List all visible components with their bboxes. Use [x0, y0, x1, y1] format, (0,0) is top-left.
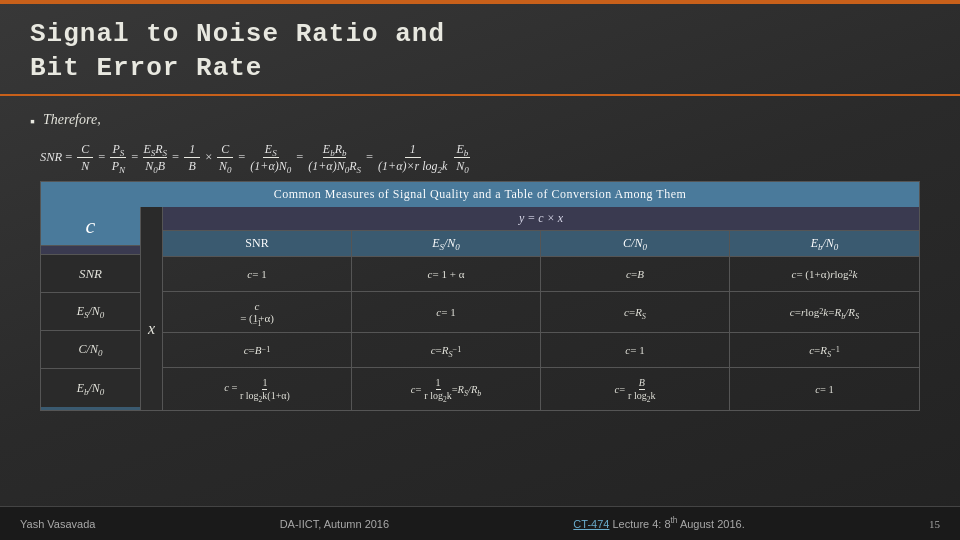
- cell-4-3: c = Br log2k: [541, 368, 730, 410]
- table-section: Common Measures of Signal Quality and a …: [40, 181, 920, 411]
- col-h-esn0: ES/N0: [352, 231, 541, 257]
- cell-2-1: c = (1+α)−1: [163, 292, 352, 332]
- cell-4-1: c = 1r log2k(1+α): [163, 368, 352, 410]
- title-area: Signal to Noise Ratio and Bit Error Rate: [0, 0, 960, 96]
- footer-lecture: CT-474 Lecture 4: 8th August 2016.: [573, 518, 744, 530]
- cell-2-4: c = r log2k = Rb/RS: [730, 292, 919, 332]
- row-h-ebn0: Eb/N0: [41, 369, 140, 407]
- therefore-text: Therefore,: [43, 112, 101, 128]
- cell-1-1: c = 1: [163, 257, 352, 291]
- ycx-header: y = c × x: [163, 207, 919, 231]
- main-grid: y = c × x SNR ES/N0 C/N0 Eb/N0 c = 1 c =…: [163, 207, 919, 410]
- cell-3-2: c = RS−1: [352, 333, 541, 367]
- cell-3-4: c = RS−1: [730, 333, 919, 367]
- ycx-left: [41, 246, 140, 255]
- table-body: c SNR ES/N0 C/N0 Eb/N0 x: [41, 207, 919, 410]
- c-label: c: [41, 207, 140, 246]
- cell-1-4: c = (1+α)r log2k: [730, 257, 919, 291]
- top-border: [0, 0, 960, 4]
- bullet-section: ▪ Therefore,: [30, 112, 930, 132]
- frac-eb-n0: Eb N0: [454, 142, 470, 174]
- c-column: c SNR ES/N0 C/N0 Eb/N0: [41, 207, 141, 410]
- cell-4-4: c = 1: [730, 368, 919, 410]
- frac-ebrb: EbRb (1+α)N0RS: [308, 142, 361, 174]
- cell-2-3: c = RS: [541, 292, 730, 332]
- snr-label: SNR: [40, 150, 62, 165]
- cell-2-2: c = 1: [352, 292, 541, 332]
- footer-link[interactable]: CT-474: [573, 518, 609, 530]
- table-row-1: c = 1 c = 1 + α c = B c = (1+α)r log2k: [163, 257, 919, 292]
- x-column: x: [141, 207, 163, 410]
- footer-author: Yash Vasavada: [20, 518, 95, 530]
- frac-esrs-n0b: ESRS N0B: [143, 142, 167, 174]
- table-row-4: c = 1r log2k(1+α) c = 1r log2k = RS/Rb c…: [163, 368, 919, 410]
- cell-3-1: c = B−1: [163, 333, 352, 367]
- frac-c-n: C N: [77, 142, 93, 174]
- footer-lecture-text: Lecture 4: 8th August 2016.: [612, 518, 744, 530]
- table-row-2: c = (1+α)−1 c = 1 c = RS c = r log2k = R…: [163, 292, 919, 333]
- cell-1-3: c = B: [541, 257, 730, 291]
- x-label: x: [148, 320, 155, 338]
- bullet-icon: ▪: [30, 114, 35, 130]
- col-h-snr: SNR: [163, 231, 352, 257]
- cell-4-2: c = 1r log2k = RS/Rb: [352, 368, 541, 410]
- snr-formula: SNR = C N = PS PN = ESRS N0B = 1 B ×: [30, 140, 930, 176]
- table-row-3: c = B−1 c = RS−1 c = 1 c = RS−1: [163, 333, 919, 368]
- frac-es-1alpha-n0: ES (1+α)N0: [250, 142, 291, 174]
- col-h-ebn0: Eb/N0: [730, 231, 919, 257]
- frac-ps-pn: PS PN: [110, 142, 126, 174]
- footer-course: DA-IICT, Autumn 2016: [280, 518, 389, 530]
- footer-page: 15: [929, 518, 940, 530]
- footer: Yash Vasavada DA-IICT, Autumn 2016 CT-47…: [0, 506, 960, 540]
- frac-1-1alpha-rlog2k: 1 (1+α)×r log2k: [378, 142, 447, 174]
- slide-title: Signal to Noise Ratio and Bit Error Rate: [30, 18, 930, 86]
- frac-c-n0: C N0: [217, 142, 233, 174]
- col-headers-row: SNR ES/N0 C/N0 Eb/N0: [163, 231, 919, 257]
- row-h-snr: SNR: [41, 255, 140, 293]
- row-h-cn0: C/N0: [41, 331, 140, 369]
- slide: Signal to Noise Ratio and Bit Error Rate…: [0, 0, 960, 540]
- row-h-esn0: ES/N0: [41, 293, 140, 331]
- eq1: =: [65, 150, 72, 165]
- table-header: Common Measures of Signal Quality and a …: [41, 182, 919, 207]
- cell-3-3: c = 1: [541, 333, 730, 367]
- content-area: ▪ Therefore, SNR = C N = PS PN = ESRS N0…: [0, 106, 960, 412]
- col-h-cn0: C/N0: [541, 231, 730, 257]
- frac-1-b: 1 B: [184, 142, 200, 174]
- cell-1-2: c = 1 + α: [352, 257, 541, 291]
